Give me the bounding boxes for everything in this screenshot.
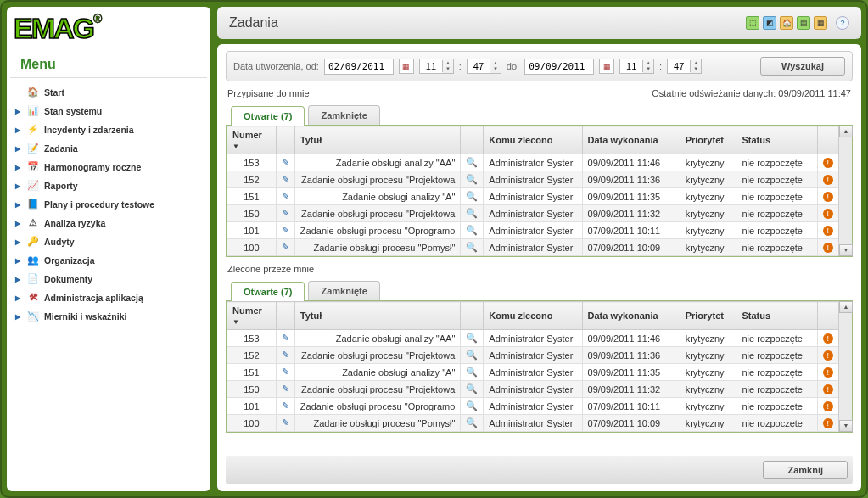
table-row[interactable]: 100✎Zadanie obsługi procesu "Pomysł"🔍Adm…: [227, 415, 852, 432]
spinner-up-icon[interactable]: ▲: [490, 60, 501, 66]
edit-icon[interactable]: ✎: [282, 383, 289, 394]
magnifier-icon[interactable]: 🔍: [466, 225, 478, 235]
spinner-up-icon[interactable]: ▲: [643, 60, 653, 66]
calendar-from-icon[interactable]: ▦: [399, 59, 414, 74]
col-edit[interactable]: [276, 126, 294, 154]
col-date[interactable]: Data wykonania: [582, 302, 680, 330]
toolbar-icon-1[interactable]: ⬚: [746, 16, 759, 30]
spinner-down-icon[interactable]: ▼: [443, 66, 453, 72]
col-assignee[interactable]: Komu zlecono: [484, 302, 582, 330]
col-alert[interactable]: [817, 126, 838, 154]
table-row[interactable]: 150✎Zadanie obsługi procesu "Projektowa🔍…: [227, 381, 852, 398]
col-priority[interactable]: Priorytet: [680, 126, 736, 154]
edit-icon[interactable]: ✎: [282, 208, 289, 218]
col-number[interactable]: Numer: [227, 126, 277, 154]
table-row[interactable]: 151✎Zadanie obsługi analizy "A"🔍Administ…: [227, 364, 852, 381]
col-alert[interactable]: [817, 302, 838, 330]
magnifier-icon[interactable]: 🔍: [466, 350, 478, 360]
edit-icon[interactable]: ✎: [282, 367, 289, 377]
magnifier-icon[interactable]: 🔍: [466, 333, 478, 343]
sidebar-item-org[interactable]: ▶👥Organizacja: [7, 251, 210, 270]
cell-date: 07/09/2011 10:09: [582, 415, 680, 432]
magnifier-icon[interactable]: 🔍: [466, 367, 478, 377]
tab-open[interactable]: Otwarte (7): [231, 106, 305, 126]
min-from-spinner[interactable]: ▲▼: [467, 59, 501, 74]
hour-to-spinner[interactable]: ▲▼: [619, 59, 654, 74]
sidebar-item-report[interactable]: ▶📈Raporty: [7, 176, 210, 195]
magnifier-icon[interactable]: 🔍: [466, 242, 478, 252]
calendar-to-icon[interactable]: ▦: [599, 59, 614, 74]
table-row[interactable]: 152✎Zadanie obsługi procesu "Projektowa🔍…: [227, 347, 852, 364]
sidebar-item-state[interactable]: ▶📊Stan systemu: [7, 102, 210, 120]
col-status[interactable]: Status: [736, 126, 817, 154]
table-row[interactable]: 153✎Zadanie obsługi analizy "AA"🔍Adminis…: [227, 154, 852, 171]
spinner-up-icon[interactable]: ▲: [443, 60, 453, 66]
sidebar-item-sched[interactable]: ▶📅Harmonogramy roczne: [7, 158, 210, 176]
toolbar-icon-5[interactable]: ▦: [814, 16, 827, 30]
tab-closed[interactable]: Zamknięte: [308, 105, 379, 125]
edit-icon[interactable]: ✎: [282, 333, 289, 343]
sidebar-item-risk[interactable]: ▶⚠Analiza ryzyka: [7, 214, 210, 232]
table-row[interactable]: 101✎Zadanie obsługi procesu "Oprogramo🔍A…: [227, 398, 852, 415]
help-icon[interactable]: ?: [836, 16, 849, 30]
sidebar-item-task[interactable]: ▶📝Zadania: [7, 139, 210, 158]
sidebar-item-metric[interactable]: ▶📉Mierniki i wskaźniki: [7, 307, 210, 326]
magnifier-icon[interactable]: 🔍: [466, 383, 478, 394]
edit-icon[interactable]: ✎: [282, 400, 289, 411]
sidebar-item-incident[interactable]: ▶⚡Incydenty i zdarzenia: [7, 120, 210, 139]
min-to-spinner[interactable]: ▲▼: [667, 59, 702, 74]
sidebar-item-plan[interactable]: ▶📘Plany i procedury testowe: [7, 195, 210, 214]
sidebar-item-audit[interactable]: ▶🔑Audyty: [7, 232, 210, 251]
col-number[interactable]: Numer: [227, 302, 277, 330]
col-view[interactable]: [461, 126, 484, 154]
col-title[interactable]: Tytuł: [294, 126, 460, 154]
date-from-input[interactable]: [324, 59, 394, 75]
col-date[interactable]: Data wykonania: [582, 126, 680, 154]
spinner-down-icon[interactable]: ▼: [691, 66, 701, 72]
col-title[interactable]: Tytuł: [294, 302, 460, 330]
spinner-down-icon[interactable]: ▼: [490, 66, 501, 72]
home-icon[interactable]: 🏠: [780, 16, 793, 30]
edit-icon[interactable]: ✎: [282, 157, 289, 167]
search-button[interactable]: Wyszukaj: [760, 57, 845, 76]
sidebar-item-doc[interactable]: ▶📄Dokumenty: [7, 270, 210, 288]
col-status[interactable]: Status: [736, 302, 817, 330]
hour-from-spinner[interactable]: ▲▼: [419, 59, 454, 74]
table-row[interactable]: 101✎Zadanie obsługi procesu "Oprogramo🔍A…: [227, 222, 852, 239]
edit-icon[interactable]: ✎: [282, 191, 289, 201]
toolbar-icon-4[interactable]: ▤: [797, 16, 810, 30]
edit-icon[interactable]: ✎: [282, 225, 289, 235]
col-assignee[interactable]: Komu zlecono: [484, 126, 582, 154]
table-row[interactable]: 152✎Zadanie obsługi procesu "Projektowa🔍…: [227, 171, 852, 188]
magnifier-icon[interactable]: 🔍: [466, 157, 478, 167]
tab-open[interactable]: Otwarte (7): [231, 282, 305, 301]
edit-icon[interactable]: ✎: [282, 350, 289, 360]
magnifier-icon[interactable]: 🔍: [466, 400, 478, 411]
date-to-input[interactable]: [524, 59, 594, 75]
table-row[interactable]: 153✎Zadanie obsługi analizy "AA"🔍Adminis…: [227, 330, 852, 347]
sidebar-item-home[interactable]: 🏠Start: [7, 83, 210, 102]
col-edit[interactable]: [276, 302, 294, 330]
scroll-down-icon[interactable]: ▼: [839, 244, 853, 256]
scroll-up-icon[interactable]: ▲: [839, 126, 853, 137]
table-row[interactable]: 100✎Zadanie obsługi procesu "Pomysł"🔍Adm…: [227, 239, 852, 256]
col-view[interactable]: [461, 302, 484, 330]
col-priority[interactable]: Priorytet: [680, 302, 736, 330]
scroll-down-icon[interactable]: ▼: [839, 420, 853, 432]
edit-icon[interactable]: ✎: [282, 242, 289, 252]
tab-closed[interactable]: Zamknięte: [308, 281, 379, 300]
close-button[interactable]: Zamknij: [763, 461, 848, 479]
toolbar-icon-2[interactable]: ◩: [763, 16, 776, 30]
spinner-down-icon[interactable]: ▼: [643, 66, 653, 72]
magnifier-icon[interactable]: 🔍: [466, 174, 478, 184]
magnifier-icon[interactable]: 🔍: [466, 417, 478, 428]
scroll-up-icon[interactable]: ▲: [839, 301, 853, 313]
edit-icon[interactable]: ✎: [282, 417, 289, 428]
edit-icon[interactable]: ✎: [282, 174, 289, 184]
table-row[interactable]: 150✎Zadanie obsługi procesu "Projektowa🔍…: [227, 205, 852, 222]
magnifier-icon[interactable]: 🔍: [466, 208, 478, 218]
magnifier-icon[interactable]: 🔍: [466, 191, 478, 201]
sidebar-item-admin[interactable]: ▶🛠Administracja aplikacją: [7, 288, 210, 307]
table-row[interactable]: 151✎Zadanie obsługi analizy "A"🔍Administ…: [227, 188, 852, 205]
spinner-up-icon[interactable]: ▲: [691, 60, 701, 66]
